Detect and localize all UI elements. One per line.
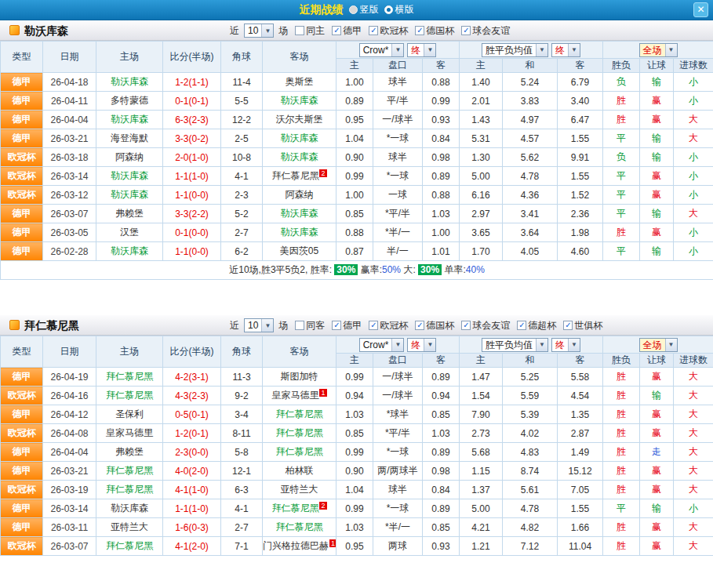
ah-line: 球半: [373, 481, 423, 499]
filter-checkbox-4[interactable]: ✓球会友谊: [461, 319, 510, 332]
result-handicap: 赢: [640, 368, 674, 387]
rank-badge: 1: [319, 389, 326, 397]
away-team: 拜仁慕尼黑: [263, 405, 336, 424]
eu-odds-header: 胜平负均值▼终▼: [460, 336, 603, 354]
ah-home-odds: 0.89: [336, 92, 373, 111]
ah-away-odds: 0.84: [423, 129, 460, 148]
home-team: 勒沃库森: [96, 73, 163, 92]
eu-final-select[interactable]: 终▼: [551, 43, 580, 57]
filter-checkbox-4[interactable]: ✓球会友谊: [461, 24, 510, 38]
scope-select[interactable]: 全场▼: [639, 338, 678, 352]
ah-away-odds: 0.85: [423, 518, 460, 537]
bookmaker-select[interactable]: Crow*▼: [359, 43, 405, 57]
checkbox-label: 同客: [306, 319, 325, 332]
scope-header: 全场▼: [603, 336, 713, 354]
bookmaker-select-value: Crow*: [360, 44, 392, 56]
match-type: 德甲: [1, 443, 43, 462]
checkbox-label: 德甲: [343, 24, 362, 38]
result-wdl: 平: [603, 499, 640, 518]
subcol-2: 客: [423, 59, 460, 73]
filter-checkbox-5[interactable]: ✓德超杯: [517, 319, 556, 332]
ah-home-odds: 0.95: [336, 537, 373, 556]
layout-radio-vertical[interactable]: 竖版: [349, 3, 379, 16]
team-name: 拜仁慕尼黑: [24, 319, 79, 333]
match-count-select[interactable]: 10▼: [244, 24, 274, 38]
eu-home-odds: 1.21: [460, 537, 503, 556]
ah-line: 球半: [373, 73, 423, 92]
chevron-down-icon: ▼: [536, 44, 547, 56]
result-wdl: 负: [603, 148, 640, 167]
ah-final-select[interactable]: 终▼: [407, 43, 436, 57]
match-row: 德甲 26-04-19 拜仁慕尼黑 4-2(3-1) 11-3 斯图加特 0.9…: [1, 368, 713, 387]
eu-final-select[interactable]: 终▼: [551, 338, 580, 352]
home-team: 亚特兰大: [96, 518, 163, 537]
filter-checkbox-6[interactable]: ✓世俱杯: [563, 319, 602, 332]
checkbox-icon: [295, 26, 304, 35]
wdl-average-select[interactable]: 胜平负均值▼: [482, 43, 548, 57]
match-row: 欧冠杯 26-03-19 拜仁慕尼黑 4-1(1-0) 6-3 亚特兰大 1.0…: [1, 481, 713, 499]
match-row: 欧冠杯 26-03-07 拜仁慕尼黑 4-1(2-0) 7-1 门兴格拉德巴赫1…: [1, 537, 713, 556]
match-score: 3-3(2-2): [163, 205, 221, 223]
result-wdl: 胜: [603, 387, 640, 405]
result-handicap: 赢: [640, 186, 674, 205]
corner-count: 11-3: [221, 368, 263, 387]
eu-away-odds: 1.66: [558, 518, 603, 537]
scope-select[interactable]: 全场▼: [639, 43, 678, 57]
layout-radio-horizontal[interactable]: 横版: [384, 3, 414, 16]
ah-away-odds: 0.93: [423, 111, 460, 129]
big-rate-label: 大:: [403, 264, 418, 275]
ah-final-select[interactable]: 终▼: [407, 338, 436, 352]
away-team: 柏林联: [263, 462, 336, 481]
ah-final-select-value: 终: [408, 44, 424, 56]
corner-count: 2-5: [221, 129, 263, 148]
filter-checkbox-1[interactable]: ✓德甲: [332, 24, 362, 38]
filter-controls: 近 10▼ 场 同客✓德甲✓欧冠杯✓德国杯✓球会友谊✓德超杯✓世俱杯: [230, 315, 602, 336]
match-date: 26-03-14: [43, 499, 96, 518]
wdl-average-select[interactable]: 胜平负均值▼: [482, 338, 548, 352]
sections-container: 勒沃库森 近 10▼ 场 同主✓德甲✓欧冠杯✓德国杯✓球会友谊 类型 日期 主场…: [0, 20, 713, 556]
ah-home-odds: 0.99: [336, 443, 373, 462]
bookmaker-select[interactable]: Crow*▼: [359, 338, 405, 352]
match-count-select[interactable]: 10▼: [244, 318, 274, 332]
games-label: 场: [278, 24, 288, 38]
checkbox-icon: ✓: [461, 26, 471, 35]
eu-draw-odds: 3.64: [503, 223, 558, 242]
checkbox-icon: ✓: [369, 26, 378, 35]
subcol-8: 进球数: [674, 354, 713, 368]
checkbox-label: 德国杯: [426, 319, 454, 332]
ah-away-odds: 0.94: [423, 387, 460, 405]
filter-checkbox-3[interactable]: ✓德国杯: [415, 24, 454, 38]
filter-checkbox-0[interactable]: 同主: [295, 24, 325, 38]
games-label: 场: [278, 319, 288, 332]
ah-odds-header: Crow*▼终▼: [336, 336, 460, 354]
wdl-average-select-value: 胜平负均值: [482, 339, 536, 351]
chevron-down-icon: ▼: [261, 319, 273, 332]
eu-away-odds: 6.47: [558, 111, 603, 129]
match-score: 1-2(1-1): [163, 73, 221, 92]
summary-text: 近10场,胜3平5负2,: [229, 264, 307, 275]
ah-home-odds: 0.90: [336, 148, 373, 167]
subcol-4: 和: [503, 59, 558, 73]
corner-count: 6-2: [221, 242, 263, 261]
checkbox-label: 球会友谊: [472, 24, 510, 38]
filter-checkbox-2[interactable]: ✓欧冠杯: [369, 319, 408, 332]
eu-home-odds: 1.43: [460, 111, 503, 129]
match-score: 1-1(1-0): [163, 167, 221, 186]
home-team: 拜仁慕尼黑: [96, 387, 163, 405]
filter-checkbox-1[interactable]: ✓德甲: [332, 319, 362, 332]
eu-away-odds: 1.55: [558, 499, 603, 518]
close-button[interactable]: ✕: [693, 2, 708, 17]
checkbox-icon: [295, 321, 304, 330]
ah-final-select-value: 终: [408, 339, 424, 351]
eu-draw-odds: 4.57: [503, 129, 558, 148]
filter-checkbox-3[interactable]: ✓德国杯: [415, 319, 454, 332]
match-type: 德甲: [1, 405, 43, 424]
dialog-titlebar: 近期战绩 竖版 横版 ✕: [0, 0, 713, 20]
ah-home-odds: 1.03: [336, 518, 373, 537]
filter-checkbox-2[interactable]: ✓欧冠杯: [369, 24, 408, 38]
chevron-down-icon: ▼: [665, 339, 677, 351]
eu-home-odds: 5.31: [460, 129, 503, 148]
eu-draw-odds: 5.39: [503, 405, 558, 424]
eu-away-odds: 9.91: [558, 148, 603, 167]
filter-checkbox-0[interactable]: 同客: [295, 319, 325, 332]
